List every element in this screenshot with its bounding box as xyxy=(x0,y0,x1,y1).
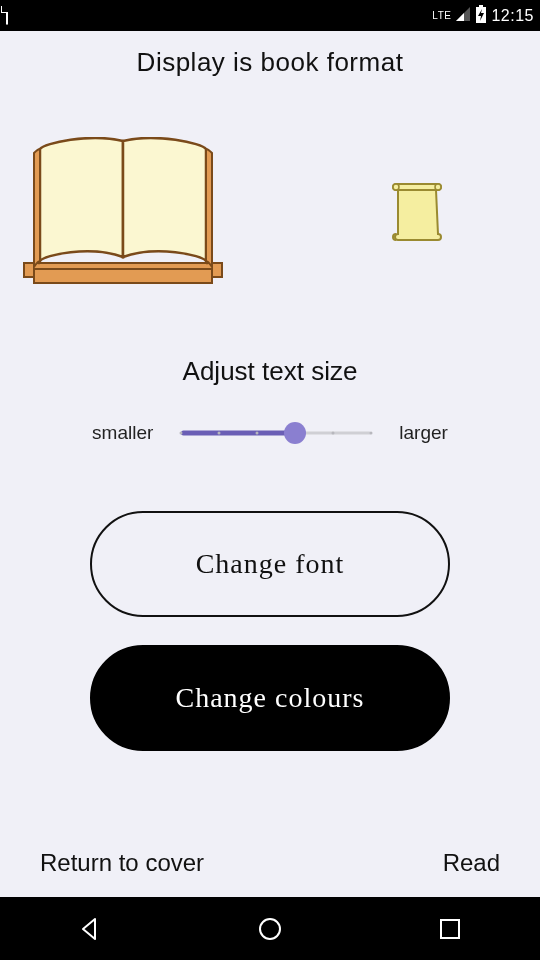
change-colours-button[interactable]: Change colours xyxy=(90,645,450,751)
svg-rect-2 xyxy=(479,5,483,7)
recent-icon xyxy=(437,916,463,942)
nav-recent-button[interactable] xyxy=(410,907,490,951)
sd-card-icon xyxy=(6,7,8,25)
slider-label-smaller: smaller xyxy=(92,422,153,444)
slider-thumb[interactable] xyxy=(284,422,306,444)
footer-actions: Return to cover Read xyxy=(0,831,540,895)
read-button[interactable]: Read xyxy=(443,849,500,877)
lte-icon: LTE xyxy=(432,11,451,21)
svg-point-8 xyxy=(393,184,399,190)
book-icon xyxy=(20,137,226,287)
status-bar: LTE 12:15 xyxy=(0,0,540,31)
signal-icon xyxy=(455,6,471,26)
nav-back-button[interactable] xyxy=(50,907,130,951)
text-size-slider[interactable] xyxy=(181,417,371,449)
svg-point-10 xyxy=(260,919,280,939)
return-to-cover-button[interactable]: Return to cover xyxy=(40,849,204,877)
status-clock: 12:15 xyxy=(491,7,534,25)
back-icon xyxy=(77,916,103,942)
book-format-option[interactable] xyxy=(18,137,228,287)
change-font-button[interactable]: Change font xyxy=(90,511,450,617)
battery-icon xyxy=(475,5,487,27)
svg-point-9 xyxy=(435,184,441,190)
settings-panel: Display is book format Adjust text xyxy=(0,31,540,897)
scroll-format-option[interactable] xyxy=(312,176,522,248)
page-title: Display is book format xyxy=(137,47,404,78)
nav-home-button[interactable] xyxy=(230,907,310,951)
svg-rect-6 xyxy=(34,269,212,283)
text-size-heading: Adjust text size xyxy=(183,356,358,387)
scroll-icon xyxy=(388,176,446,248)
svg-rect-11 xyxy=(441,920,459,938)
svg-marker-1 xyxy=(456,13,464,21)
text-size-slider-row: smaller larger xyxy=(0,417,540,449)
android-nav-bar xyxy=(0,897,540,960)
format-options xyxy=(0,112,540,312)
slider-label-larger: larger xyxy=(399,422,448,444)
home-icon xyxy=(257,916,283,942)
